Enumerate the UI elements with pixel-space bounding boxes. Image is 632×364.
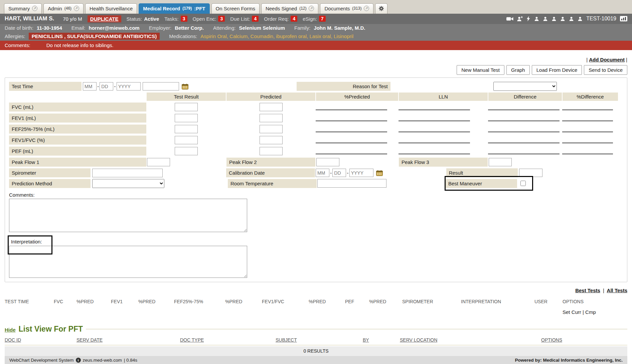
peak-flow-1-input[interactable] [147,158,170,166]
tab-settings[interactable] [375,3,387,14]
order-req-count-badge[interactable]: 4 [291,16,297,22]
calibration-date-label: Calibration Date [226,168,315,177]
serv-date-sort-link[interactable]: SERV DATE [76,337,103,343]
test-result-input[interactable] [175,147,198,155]
test-date-month-input[interactable] [83,82,97,90]
popout-icon[interactable]: ↗ [309,6,314,11]
video-camera-icon[interactable] [506,16,513,21]
send-to-device-button[interactable]: Send to Device [584,65,627,75]
due-list-count-badge[interactable]: 4 [252,16,259,22]
popout-icon[interactable]: ↗ [74,6,79,11]
tab-count: (12) [299,6,306,11]
load-from-device-button[interactable]: Load From Device [532,65,582,75]
predicted-input[interactable] [260,147,283,155]
calendar-icon[interactable] [182,83,188,89]
predicted-input[interactable] [260,103,283,111]
percent-predicted-underline [316,143,387,143]
lln-underline [399,132,470,132]
column-header: Difference [488,93,562,101]
tab-medical-record[interactable]: Medical Record (179):PFT [139,3,209,14]
list-view-title: List View For PFT [19,325,83,334]
best-maneuver-checkbox[interactable] [520,181,526,186]
subject-sort-link[interactable]: SUBJECT [276,337,297,343]
medication-link[interactable]: Coumadin [251,33,276,39]
calendar-icon[interactable] [376,170,383,176]
results-column-header: %PRED [369,296,402,307]
hide-list-view-link[interactable]: Hide [5,327,16,333]
medication-link[interactable]: Lisinopril [334,33,353,39]
lln-underline [399,121,470,121]
calibration-year-input[interactable] [349,169,373,177]
tasks-label: Tasks: [164,16,179,22]
test-result-input[interactable] [175,103,198,111]
test-date-day-input[interactable] [100,82,113,90]
lln-underline [399,110,470,110]
person-icon[interactable] [569,16,574,21]
test-result-input[interactable] [175,136,198,144]
employer-label: Employer: [149,25,172,31]
info-icon[interactable] [76,358,81,363]
graph-button[interactable]: Graph [506,65,530,75]
measurement-column-headers: Test Result Predicted %Predicted LLN Dif… [9,93,623,101]
bar-chart-icon[interactable] [620,16,627,21]
tab-admin[interactable]: Admin (46) ↗ [43,3,84,14]
predicted-input[interactable] [260,125,283,133]
by-sort-link[interactable]: BY [363,337,369,343]
difference-underline [488,154,560,154]
allergies-value[interactable]: PENICILLINS , SULFA(SULFONAMIDE ANTIBIOT… [29,33,160,40]
predicted-input[interactable] [260,136,283,144]
tab-health-surveillance[interactable]: Health Surveillance [85,3,137,14]
cmp-link[interactable]: Cmp [585,309,596,315]
all-tests-link[interactable]: All Tests [607,288,627,293]
add-person-icon[interactable] [517,16,523,21]
options-sort-link[interactable]: OPTIONS [541,337,562,343]
medication-link[interactable]: Lasix oral [309,33,334,39]
person-icon[interactable] [534,16,539,21]
person-icon[interactable] [578,16,583,21]
peak-flow-3-input[interactable] [489,158,512,166]
calibration-month-input[interactable] [316,169,329,177]
medication-link[interactable]: Calcium [229,33,251,39]
prediction-method-label: Prediction Method [9,179,91,188]
medication-link[interactable]: ibuprofen oral [276,33,309,39]
doc-id-sort-link[interactable]: DOC ID [5,337,21,343]
popout-icon[interactable]: ↗ [364,6,369,11]
set-curr-link[interactable]: Set Curr [563,309,581,315]
interpretation-textarea[interactable] [9,246,247,278]
tab-needs-signed[interactable]: Needs Signed (12) ↗ [261,3,319,14]
person-icon[interactable] [560,16,565,21]
test-time-input[interactable] [143,82,179,90]
lightning-bolt-icon[interactable] [526,16,530,21]
medication-link[interactable]: Aspirin Oral [200,33,229,39]
duplicate-flag[interactable]: DUPLICATE [88,15,121,22]
predicted-input[interactable] [260,114,283,122]
popout-icon[interactable]: ↗ [32,6,37,11]
test-date-year-input[interactable] [117,82,141,90]
comments-textarea[interactable] [9,199,247,232]
person-icon[interactable] [551,16,557,21]
add-document-link[interactable]: Add Document [589,57,625,62]
doc-type-sort-link[interactable]: DOC TYPE [180,337,204,343]
tab-documents[interactable]: Documents (313) ↗ [320,3,373,14]
best-tests-link[interactable]: Best Tests [575,288,600,293]
difference-underline [488,121,560,121]
reason-for-test-select[interactable] [493,82,557,91]
tab-label: Medical Record [143,6,180,11]
person-icon[interactable] [543,16,548,21]
calibration-day-input[interactable] [332,169,346,177]
open-enc-count-badge[interactable]: 3 [218,16,225,22]
test-result-input[interactable] [175,114,198,122]
new-manual-test-button[interactable]: New Manual Test [457,65,504,75]
peak-flow-2-input[interactable] [316,158,339,166]
spirometer-input[interactable] [92,169,163,177]
tab-on-screen-forms[interactable]: On Screen Forms [211,3,260,14]
test-result-input[interactable] [175,125,198,133]
tab-summary[interactable]: Summary ↗ [4,3,42,14]
status-label: Status: [127,16,142,22]
serv-location-sort-link[interactable]: SERV LOCATION [400,337,437,343]
esign-count-badge[interactable]: 7 [319,16,326,22]
tasks-count-badge[interactable]: 3 [181,16,187,22]
prediction-method-select[interactable] [92,179,164,188]
room-temperature-input[interactable] [317,179,386,188]
test-time-inputs: - - [83,82,188,90]
